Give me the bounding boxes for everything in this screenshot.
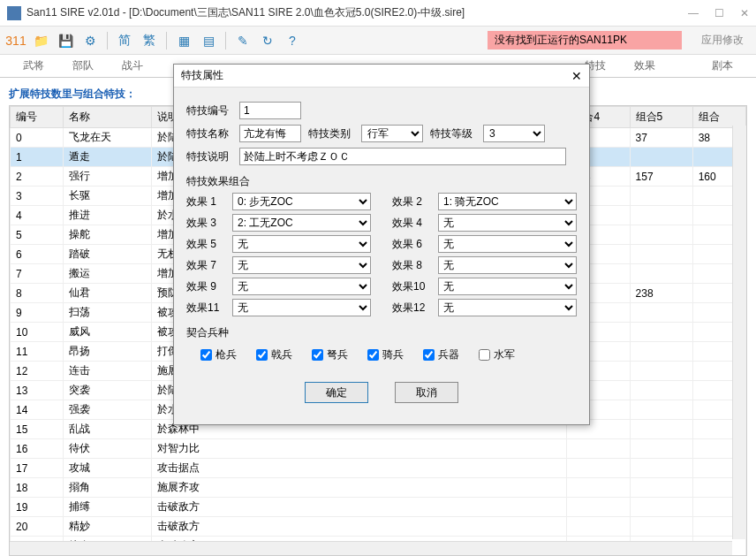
minimize-button[interactable]: — xyxy=(688,7,699,19)
effect-select-4[interactable]: 无 xyxy=(438,214,577,232)
col-header[interactable]: 编号 xyxy=(11,107,64,128)
effect-label: 效果10 xyxy=(392,279,433,294)
effect-label: 效果12 xyxy=(392,301,433,316)
level-label: 特技等级 xyxy=(430,126,476,141)
cancel-button[interactable]: 取消 xyxy=(395,382,458,403)
skill-dialog: 特技属性 ✕ 特技编号 特技名称 特技类别 行军 特技等级 3 特技说明 特技效… xyxy=(173,64,590,425)
effect-select-8[interactable]: 无 xyxy=(438,256,577,274)
name-input[interactable] xyxy=(239,125,301,142)
title-bar: San11 SIRE v2.01d - [D:\Document\三国志\SAN… xyxy=(0,0,756,27)
config-icon[interactable]: ⚙ xyxy=(79,30,101,51)
tab-general[interactable]: 武将 xyxy=(9,55,58,77)
toolbar: 311 📁 💾 ⚙ 简 繁 ▦ ▤ ✎ ↻ ? 没有找到正运行的SAN11PK … xyxy=(0,27,756,55)
table-row[interactable]: 20精妙击破敌方 xyxy=(11,517,746,537)
level-select[interactable]: 3 xyxy=(483,125,545,142)
refresh-icon[interactable]: ↻ xyxy=(257,30,278,51)
effect-label: 效果 6 xyxy=(392,237,433,252)
save-icon[interactable]: 💾 xyxy=(55,30,76,51)
effect-label: 效果 5 xyxy=(186,237,227,252)
id-input[interactable] xyxy=(239,102,301,119)
unit-check-3[interactable]: 骑兵 xyxy=(367,347,404,362)
effect-label: 效果 2 xyxy=(392,194,433,209)
effect-select-3[interactable]: 2: 工无ZOC xyxy=(232,214,371,232)
status-message: 没有找到正运行的SAN11PK xyxy=(488,31,682,50)
effect-select-7[interactable]: 无 xyxy=(232,256,371,274)
effect-group-label: 特技效果组合 xyxy=(186,174,577,189)
table-row[interactable]: 18搦角施展齐攻 xyxy=(11,478,746,498)
col-header[interactable]: 名称 xyxy=(64,107,151,128)
tab-battle[interactable]: 战斗 xyxy=(108,55,157,77)
effect-label: 效果 9 xyxy=(186,279,227,294)
effect-select-2[interactable]: 1: 骑无ZOC xyxy=(438,193,577,210)
maximize-button[interactable]: ☐ xyxy=(714,7,724,19)
effect-label: 效果 8 xyxy=(392,258,433,273)
simp-icon[interactable]: 简 xyxy=(114,30,135,51)
type-select[interactable]: 行军 xyxy=(361,125,423,142)
tb-311-icon[interactable]: 311 xyxy=(5,30,26,51)
scrollbar-horizontal[interactable] xyxy=(10,541,732,555)
col-header[interactable]: 组合 xyxy=(692,107,745,128)
unit-check-1[interactable]: 戟兵 xyxy=(256,347,292,362)
table-row[interactable]: 17攻城攻击据点 xyxy=(11,459,746,478)
id-label: 特技编号 xyxy=(186,103,232,118)
grid2-icon[interactable]: ▤ xyxy=(198,30,219,51)
effect-select-11[interactable]: 无 xyxy=(232,299,371,316)
table-row[interactable]: 16待伏对智力比 xyxy=(11,439,746,459)
effect-label: 效果11 xyxy=(186,301,227,316)
effect-select-9[interactable]: 无 xyxy=(232,278,371,295)
close-button[interactable]: ✕ xyxy=(740,7,749,19)
effect-select-6[interactable]: 无 xyxy=(438,235,577,253)
apply-button[interactable]: 应用修改 xyxy=(694,31,751,50)
unit-check-0[interactable]: 枪兵 xyxy=(200,347,237,362)
dialog-title: 特技属性 xyxy=(181,68,571,83)
tab-effect[interactable]: 效果 xyxy=(620,55,669,77)
effect-label: 效果 7 xyxy=(186,258,227,273)
unit-check-4[interactable]: 兵器 xyxy=(423,347,459,362)
effect-select-10[interactable]: 无 xyxy=(438,278,577,295)
dialog-close-icon[interactable]: ✕ xyxy=(571,69,582,83)
scrollbar-vertical[interactable] xyxy=(732,126,746,539)
edit-icon[interactable]: ✎ xyxy=(232,30,253,51)
effect-select-12[interactable]: 无 xyxy=(438,299,577,316)
help-icon[interactable]: ? xyxy=(282,30,303,51)
effect-label: 效果 3 xyxy=(186,216,227,231)
effect-select-1[interactable]: 0: 步无ZOC xyxy=(232,193,371,210)
name-label: 特技名称 xyxy=(186,126,232,141)
tab-unit[interactable]: 部队 xyxy=(58,55,108,77)
effect-label: 效果 4 xyxy=(392,216,433,231)
unit-check-2[interactable]: 弩兵 xyxy=(312,347,348,362)
effect-select-5[interactable]: 无 xyxy=(232,235,371,253)
type-label: 特技类别 xyxy=(308,126,354,141)
unit-check-5[interactable]: 水军 xyxy=(479,347,515,362)
trad-icon[interactable]: 繁 xyxy=(139,30,160,51)
tab-scenario[interactable]: 剧本 xyxy=(698,55,747,77)
effect-label: 效果 1 xyxy=(186,194,227,209)
unit-group-label: 契合兵种 xyxy=(186,325,577,340)
table-row[interactable]: 19捕缚击破敌方 xyxy=(11,498,746,517)
grid1-icon[interactable]: ▦ xyxy=(173,30,194,51)
desc-label: 特技说明 xyxy=(186,149,232,164)
app-icon xyxy=(7,6,21,20)
window-title: San11 SIRE v2.01d - [D:\Document\三国志\SAN… xyxy=(26,5,688,20)
desc-input[interactable] xyxy=(239,148,566,165)
open-icon[interactable]: 📁 xyxy=(30,30,51,51)
col-header[interactable]: 组合5 xyxy=(630,107,692,128)
ok-button[interactable]: 确定 xyxy=(305,382,368,403)
